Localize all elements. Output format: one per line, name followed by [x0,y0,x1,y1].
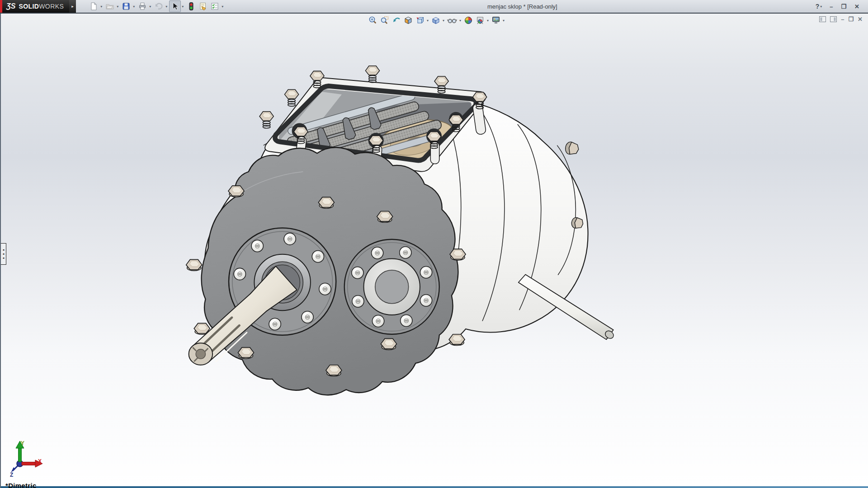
open-button[interactable] [104,0,116,12]
splitter-arrow-icon: ◄ [2,253,5,255]
hide-show-glasses-icon [447,16,457,25]
dropdown-arrow-icon[interactable]: ▾ [487,19,489,23]
doc-close-button[interactable]: ✕ [858,16,863,23]
brand-name-regular: WORKS [39,3,64,10]
apply-scene-button[interactable] [474,15,486,25]
new-document-button[interactable] [88,0,99,12]
splitter-arrow-icon: ◄ [2,257,5,259]
dropdown-arrow-icon[interactable]: ▾ [133,5,135,9]
hide-show-items-button[interactable] [446,15,458,25]
brand-name-bold: SOLID [19,3,39,10]
save-floppy-icon [122,2,131,11]
rebuild-traffic-light-icon [187,2,196,11]
section-view-icon [404,16,413,25]
new-document-icon [89,2,98,11]
restore-button[interactable]: ❐ [837,3,850,10]
ds-logo-icon: ƷS [6,2,15,10]
rebuild-button[interactable] [185,0,197,12]
menu-expand-button[interactable]: ▸ [69,0,76,13]
edit-appearance-icon [464,16,473,25]
dropdown-arrow-icon[interactable]: ▾ [100,5,102,9]
dropdown-arrow-icon[interactable]: ▾ [503,19,505,23]
titlebar: ƷS SOLIDWORKS ▸ ▾ ▾ ▾ [0,0,868,14]
previous-view-button[interactable] [391,15,402,25]
view-orientation-button[interactable] [414,15,426,25]
zoom-to-area-icon [380,16,389,25]
reference-triad [8,440,49,476]
doc-minimize-button[interactable]: – [841,16,844,23]
print-icon [138,2,147,11]
window-controls: ? ▾ – ❐ ✕ [811,0,863,13]
apply-scene-icon [476,16,485,25]
graphics-viewport[interactable]: ▾ ▾ ▾ [0,14,868,488]
minimize-button[interactable]: – [826,3,837,10]
model-canvas-gearbox-assembly [1,14,868,488]
dropdown-arrow-icon[interactable]: ▾ [149,5,151,9]
options-button[interactable] [209,0,221,12]
triad-y-label: Y [21,440,24,446]
dropdown-arrow-icon[interactable]: ▾ [222,5,223,9]
dropdown-arrow-icon[interactable]: ▾ [443,19,444,23]
window-frame-bottom [1,486,868,488]
view-orientation-icon [415,16,425,25]
dropdown-arrow-icon[interactable]: ▾ [459,19,461,23]
heads-up-view-toolbar: ▾ ▾ ▾ [367,15,506,25]
save-button[interactable] [120,0,132,12]
zoom-to-area-button[interactable] [379,15,391,25]
triad-x-label: X [38,458,42,465]
window-title: menjac sklop * [Read-only] [487,3,557,10]
collapse-right-pane-button[interactable] [830,16,837,22]
undo-button[interactable] [153,0,165,12]
select-button[interactable] [169,0,181,12]
zoom-to-fit-button[interactable] [367,15,379,25]
select-cursor-icon [170,2,179,11]
document-window-controls: – ❐ ✕ [819,16,863,23]
print-button[interactable] [137,0,148,12]
file-properties-button[interactable] [197,0,209,12]
view-settings-button[interactable] [490,15,502,25]
help-dropdown-arrow-icon[interactable]: ▾ [820,5,822,9]
view-settings-monitor-icon [491,16,500,25]
menu-expand-icon: ▸ [71,4,74,9]
left-pane-icon [819,16,826,22]
options-icon [210,2,219,11]
collapse-left-pane-button[interactable] [819,16,826,22]
right-pane-icon [830,16,837,22]
edit-appearance-button[interactable] [462,15,474,25]
doc-restore-button[interactable]: ❐ [848,16,854,23]
dropdown-arrow-icon[interactable]: ▾ [182,5,184,9]
section-view-button[interactable] [402,15,414,25]
file-properties-icon [198,2,208,11]
countershaft-flange [344,239,439,334]
splitter-arrow-icon: ◄ [2,249,5,251]
previous-view-icon [392,16,401,25]
display-style-button[interactable] [430,15,442,25]
open-folder-icon [105,2,114,11]
standard-toolbar: ▾ ▾ ▾ ▾ ▾ [88,0,225,12]
help-button[interactable]: ? [811,3,821,10]
view-orientation-label: *Dimetric [5,482,37,488]
dropdown-arrow-icon[interactable]: ▾ [165,5,167,9]
triad-z-label: Z [10,472,13,478]
solidworks-logo: ƷS SOLIDWORKS [0,0,69,13]
dropdown-arrow-icon[interactable]: ▾ [117,5,118,9]
dropdown-arrow-icon[interactable]: ▾ [427,19,429,23]
close-button[interactable]: ✕ [850,3,863,10]
feature-pane-splitter-tab[interactable]: ◄ ◄ ◄ [1,243,6,265]
display-style-icon [431,16,440,25]
undo-icon [154,2,163,11]
zoom-to-fit-icon [368,16,377,25]
